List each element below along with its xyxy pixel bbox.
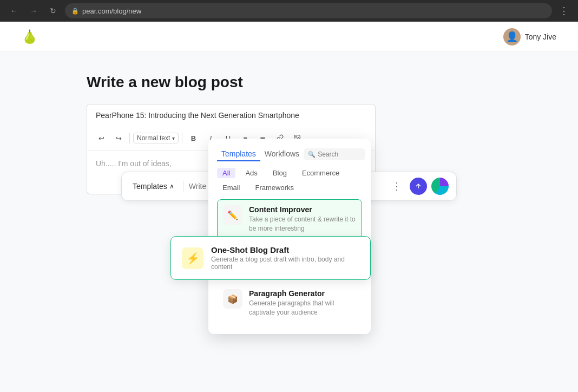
editor-placeholder: Uh..... I'm out of ideas, (96, 159, 172, 168)
template-item-content-improver[interactable]: ✏️ Content Improver Take a piece of cont… (217, 199, 362, 239)
user-name: Tony Jive (525, 32, 556, 41)
send-button[interactable] (410, 178, 427, 195)
undo-button[interactable]: ↩ (94, 130, 109, 146)
browser-chrome: ← → ↻ 🔒 pear.com/blog/new ⋮ (0, 0, 578, 22)
forward-button[interactable]: → (26, 3, 41, 18)
search-input[interactable] (318, 151, 361, 158)
toolbar-divider-1 (129, 133, 130, 143)
page-content: 🍐 👤 Tony Jive Write a new blog post ↩ ↪ … (0, 22, 578, 392)
site-logo: 🍐 (22, 29, 38, 44)
back-button[interactable]: ← (6, 3, 22, 18)
cat-frameworks[interactable]: Frameworks (250, 182, 300, 193)
bold-button[interactable]: B (186, 130, 201, 146)
browser-menu-button[interactable]: ⋮ (556, 3, 572, 18)
top-navigation: 🍐 👤 Tony Jive (0, 22, 578, 52)
template-desc-content-improver: Take a piece of content & rewrite it to … (249, 215, 356, 233)
one-shot-card[interactable]: ⚡ One-Shot Blog Draft Generate a blog po… (170, 236, 371, 280)
bottom-actions: ⋮ (388, 178, 449, 195)
svg-point-1 (295, 136, 297, 138)
category-filters: All Ads Blog Ecommerce Email Frameworks (217, 168, 362, 193)
user-info: 👤 Tony Jive (503, 28, 556, 45)
tab-workflows[interactable]: Workflows (260, 147, 304, 161)
cat-email[interactable]: Email (217, 182, 246, 193)
more-options-button[interactable]: ⋮ (388, 178, 405, 195)
lock-icon: 🔒 (71, 8, 79, 15)
toolbar-divider-2 (182, 133, 182, 143)
bottom-divider (183, 181, 183, 192)
page-title: Write a new blog post (87, 74, 491, 91)
paragraph-gen-icon: 📦 (223, 289, 242, 309)
template-desc-paragraph-gen: Generate paragraphs that will captivate … (249, 299, 356, 317)
reload-button[interactable]: ↻ (45, 3, 61, 18)
format-select[interactable]: Normal text ▾ (133, 133, 179, 143)
templates-label: Templates (133, 182, 167, 191)
main-content: Write a new blog post ↩ ↪ Normal text ▾ … (0, 52, 578, 216)
url-text: pear.com/blog/new (82, 7, 141, 15)
one-shot-name: One-Shot Blog Draft (211, 245, 359, 254)
template-name-content-improver: Content Improver (249, 205, 356, 214)
templates-button[interactable]: Templates ∧ (129, 180, 178, 193)
chevron-up-icon: ∧ (169, 182, 174, 190)
tab-templates[interactable]: Templates (217, 147, 260, 161)
search-box[interactable]: 🔍 (304, 148, 365, 160)
cat-ads[interactable]: Ads (240, 168, 262, 178)
one-shot-desc: Generate a blog post draft with intro, b… (211, 256, 359, 271)
one-shot-icon: ⚡ (182, 247, 203, 269)
post-title-input[interactable] (87, 104, 376, 126)
template-item-paragraph-gen[interactable]: 📦 Paragraph Generator Generate paragraph… (217, 283, 362, 323)
redo-button[interactable]: ↪ (111, 130, 126, 146)
dropdown-tabs: Templates Workflows 🔍 (217, 147, 362, 161)
url-bar[interactable]: 🔒 pear.com/blog/new (65, 3, 552, 18)
cat-ecommerce[interactable]: Ecommerce (297, 168, 345, 178)
cat-blog[interactable]: Blog (267, 168, 292, 178)
avatar: 👤 (503, 28, 521, 45)
cat-all[interactable]: All (217, 168, 235, 178)
spinner-button[interactable] (431, 178, 449, 195)
search-icon: 🔍 (308, 151, 316, 158)
content-improver-icon: ✏️ (223, 205, 242, 225)
template-name-paragraph-gen: Paragraph Generator (249, 289, 356, 298)
